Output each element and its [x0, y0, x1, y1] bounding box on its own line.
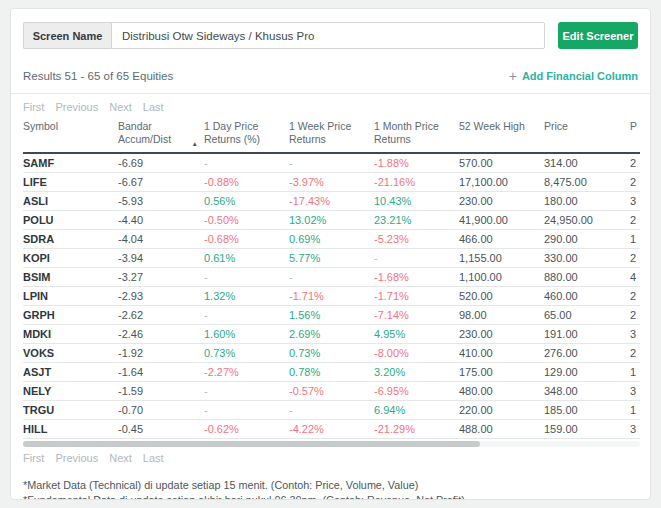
column-header-bandar-accum-dist[interactable]: Bandar Accum/Dist▲: [118, 118, 204, 153]
pagination-last[interactable]: Last: [143, 101, 164, 113]
cell-symbol[interactable]: KOPI: [23, 248, 118, 267]
column-header-1-day-price-returns[interactable]: 1 Day Price Returns (%): [204, 118, 289, 153]
footnotes: *Market Data (Technical) di update setia…: [23, 478, 638, 501]
cell-symbol[interactable]: LPIN: [23, 286, 118, 305]
cell-value: -17.43%: [289, 191, 374, 210]
pagination-first[interactable]: First: [23, 452, 44, 464]
cell-value: 2: [630, 153, 640, 172]
cell-value: 880.00: [544, 267, 630, 286]
table-row: TRGU-0.70--6.94%220.00185.001: [23, 400, 640, 419]
cell-value: -1.71%: [374, 286, 459, 305]
cell-value: 3.20%: [374, 362, 459, 381]
cell-value: -0.45: [118, 419, 204, 438]
pagination-previous[interactable]: Previous: [55, 452, 98, 464]
cell-symbol[interactable]: HILL: [23, 419, 118, 438]
cell-symbol[interactable]: ASLI: [23, 191, 118, 210]
cell-value: -4.40: [118, 210, 204, 229]
cell-symbol[interactable]: ASJT: [23, 362, 118, 381]
cell-value: -0.57%: [289, 381, 374, 400]
cell-symbol[interactable]: NELY: [23, 381, 118, 400]
horizontal-scrollbar-thumb[interactable]: [23, 441, 480, 447]
cell-symbol[interactable]: SDRA: [23, 229, 118, 248]
cell-symbol[interactable]: BSIM: [23, 267, 118, 286]
screen-name-input[interactable]: [111, 22, 545, 49]
cell-value: 1: [630, 362, 640, 381]
cell-value: -0.50%: [204, 210, 289, 229]
pagination-last[interactable]: Last: [143, 452, 164, 464]
pagination-bottom: FirstPreviousNextLast: [23, 452, 638, 464]
cell-value: 185.00: [544, 400, 630, 419]
cell-value: 6.94%: [374, 400, 459, 419]
section-divider: [11, 93, 650, 94]
cell-value: -21.16%: [374, 172, 459, 191]
cell-value: 1: [630, 400, 640, 419]
cell-value: 5.77%: [289, 248, 374, 267]
cell-value: 0.78%: [289, 362, 374, 381]
cell-value: 2: [630, 172, 640, 191]
cell-value: 220.00: [459, 400, 544, 419]
cell-value: 23.21%: [374, 210, 459, 229]
column-header-p[interactable]: P: [630, 118, 640, 153]
cell-value: -1.71%: [289, 286, 374, 305]
cell-value: 24,950.00: [544, 210, 630, 229]
table-scroll-area: SymbolBandar Accum/Dist▲1 Day Price Retu…: [23, 118, 640, 439]
cell-symbol[interactable]: SAMF: [23, 153, 118, 172]
table-row: POLU-4.40-0.50%13.02%23.21%41,900.0024,9…: [23, 210, 640, 229]
cell-value: 4.95%: [374, 324, 459, 343]
cell-value: 276.00: [544, 343, 630, 362]
table-row: LPIN-2.931.32%-1.71%-1.71%520.00460.002: [23, 286, 640, 305]
cell-value: -2.93: [118, 286, 204, 305]
cell-value: 191.00: [544, 324, 630, 343]
column-header-symbol[interactable]: Symbol: [23, 118, 118, 153]
cell-symbol[interactable]: MDKI: [23, 324, 118, 343]
screener-table: SymbolBandar Accum/Dist▲1 Day Price Retu…: [23, 118, 640, 439]
screen-name-row: Screen Name Edit Screener: [23, 22, 638, 49]
results-summary: Results 51 - 65 of 65 Equities: [23, 70, 173, 82]
cell-value: -: [204, 381, 289, 400]
cell-value: 4: [630, 267, 640, 286]
cell-value: 0.73%: [289, 343, 374, 362]
cell-value: 3: [630, 324, 640, 343]
cell-value: 1.60%: [204, 324, 289, 343]
cell-value: 0.69%: [289, 229, 374, 248]
column-header-1-month-price-returns[interactable]: 1 Month Price Returns: [374, 118, 459, 153]
cell-value: 3: [630, 419, 640, 438]
cell-value: -6.95%: [374, 381, 459, 400]
cell-value: 480.00: [459, 381, 544, 400]
table-row: GRPH-2.62-1.56%-7.14%98.0065.002: [23, 305, 640, 324]
cell-value: -: [204, 400, 289, 419]
cell-value: 1.32%: [204, 286, 289, 305]
footnote-market-data: *Market Data (Technical) di update setia…: [23, 478, 638, 494]
cell-symbol[interactable]: LIFE: [23, 172, 118, 191]
cell-symbol[interactable]: GRPH: [23, 305, 118, 324]
edit-screener-button[interactable]: Edit Screener: [558, 22, 638, 49]
add-financial-column-link[interactable]: + Add Financial Column: [509, 70, 638, 82]
table-body: SAMF-6.69---1.88%570.00314.002LIFE-6.67-…: [23, 153, 640, 438]
cell-symbol[interactable]: POLU: [23, 210, 118, 229]
cell-value: 98.00: [459, 305, 544, 324]
cell-value: -: [289, 400, 374, 419]
cell-value: 129.00: [544, 362, 630, 381]
column-header-price[interactable]: Price: [544, 118, 630, 153]
table-row: VOKS-1.920.73%0.73%-8.00%410.00276.002: [23, 343, 640, 362]
pagination-next[interactable]: Next: [109, 452, 132, 464]
cell-symbol[interactable]: TRGU: [23, 400, 118, 419]
table-row: MDKI-2.461.60%2.69%4.95%230.00191.003: [23, 324, 640, 343]
pagination-first[interactable]: First: [23, 101, 44, 113]
cell-value: 8,475.00: [544, 172, 630, 191]
pagination-previous[interactable]: Previous: [55, 101, 98, 113]
cell-value: 13.02%: [289, 210, 374, 229]
pagination-next[interactable]: Next: [109, 101, 132, 113]
cell-value: 1,155.00: [459, 248, 544, 267]
column-header-1-week-price-returns[interactable]: 1 Week Price Returns: [289, 118, 374, 153]
cell-value: 230.00: [459, 324, 544, 343]
table-row: LIFE-6.67-0.88%-3.97%-21.16%17,100.008,4…: [23, 172, 640, 191]
cell-symbol[interactable]: VOKS: [23, 343, 118, 362]
cell-value: 2: [630, 210, 640, 229]
column-header-52-week-high[interactable]: 52 Week High: [459, 118, 544, 153]
table-header-row: SymbolBandar Accum/Dist▲1 Day Price Retu…: [23, 118, 640, 153]
cell-value: 2.69%: [289, 324, 374, 343]
cell-value: 2: [630, 343, 640, 362]
cell-value: -5.93: [118, 191, 204, 210]
cell-value: 466.00: [459, 229, 544, 248]
